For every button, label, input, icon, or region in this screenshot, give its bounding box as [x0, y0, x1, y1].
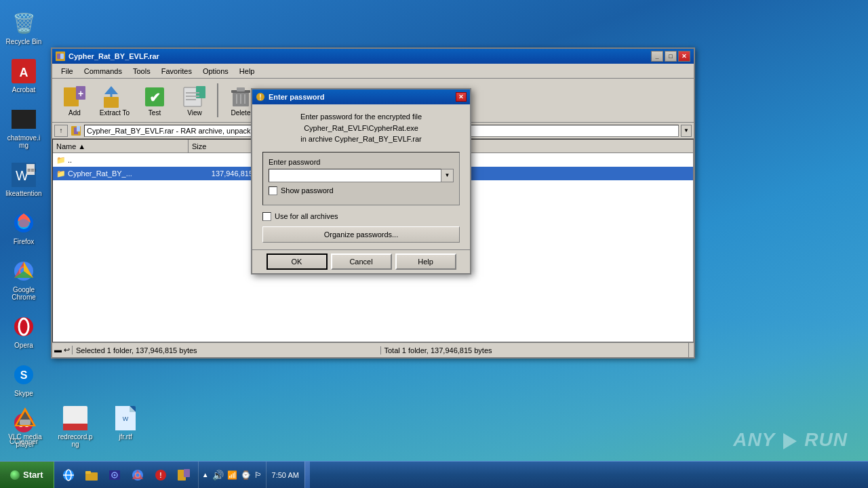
taskbar: Start — [0, 461, 868, 488]
dialog-title-text: Enter password — [269, 93, 325, 101]
file-name-cypher: 📁 Cypher_Rat_BY_... — [53, 169, 189, 179]
dialog-title-icon: ! — [256, 92, 265, 102]
clock[interactable]: 7:50 AM — [266, 462, 304, 488]
password-dropdown[interactable]: ▼ — [441, 169, 454, 182]
jfr-icon[interactable]: W jfr.rtf — [104, 402, 147, 451]
svg-rect-22 — [63, 424, 87, 430]
tray-up-arrow[interactable]: ▲ — [202, 471, 209, 479]
dialog-info: Enter password for the encrypted file Cy… — [262, 111, 460, 145]
dialog-body: Enter password for the encrypted file Cy… — [252, 104, 470, 249]
dialog-buttons: OK Cancel Help — [252, 249, 470, 273]
acrobat-icon[interactable]: A Acrobat — [2, 55, 45, 96]
vlc-icon[interactable]: VLC media player — [3, 402, 47, 451]
taskbar-ie-icon[interactable] — [58, 464, 79, 486]
menu-options[interactable]: Options — [197, 66, 234, 77]
skype-icon[interactable]: S Skype — [2, 359, 45, 400]
help-button[interactable]: Help — [395, 253, 456, 270]
tray-flag-icon: 🏳 — [254, 470, 262, 480]
svg-rect-2 — [12, 110, 36, 129]
status-icon-1: ▬ — [54, 346, 62, 354]
opera-label: Opera — [14, 342, 33, 349]
dialog-close-button[interactable]: ✕ — [456, 92, 467, 102]
google-chrome-image — [10, 258, 37, 285]
password-input[interactable] — [269, 169, 441, 182]
add-icon: + — [62, 85, 87, 109]
close-button[interactable]: ✕ — [678, 51, 690, 62]
opera-image — [10, 313, 37, 340]
show-password-label: Show password — [281, 186, 334, 195]
password-section: Enter password ▼ Show password — [262, 152, 460, 205]
taskbar-chrome-taskbar-icon[interactable] — [127, 464, 149, 486]
cancel-button[interactable]: Cancel — [331, 253, 392, 270]
organize-passwords-button[interactable]: Organize passwords... — [262, 226, 460, 243]
opera-icon[interactable]: Opera — [2, 310, 45, 352]
svg-rect-29 — [57, 54, 60, 59]
tray-volume-icon: 📶 — [227, 470, 237, 480]
status-icons: ▬ ↩ — [52, 346, 73, 354]
desktop: 🗑️ Recycle Bin A Acrobat chatmove.img — [0, 0, 868, 488]
chatmove-icon[interactable]: chatmove.img — [2, 103, 45, 152]
svg-marker-35 — [104, 86, 118, 94]
view-label: View — [187, 109, 202, 117]
password-label: Enter password — [269, 158, 454, 166]
address-dropdown[interactable]: ▼ — [681, 125, 692, 137]
google-chrome-icon[interactable]: Google Chrome — [2, 255, 45, 304]
likeattention-icon[interactable]: W ≡≡≡ likeattention — [2, 159, 45, 200]
view-icon — [182, 85, 207, 109]
statusbar: ▬ ↩ Selected 1 folder, 137,946,815 bytes… — [52, 342, 694, 357]
taskbar-folder-icon[interactable] — [81, 464, 102, 486]
use-for-all-label: Use for all archives — [275, 212, 338, 220]
svg-text:!: ! — [259, 94, 261, 101]
menu-tools[interactable]: Tools — [127, 66, 156, 77]
svg-point-13 — [19, 319, 28, 335]
winrar-titlebar[interactable]: Cypher_Rat_BY_EVLF.rar _ □ ✕ — [52, 49, 694, 64]
desktop-icons-bottom: VLC media player redrecord.png W — [3, 402, 147, 454]
use-for-all-checkbox[interactable] — [262, 212, 271, 221]
col-header-size[interactable]: Size — [189, 140, 256, 152]
restore-button[interactable]: □ — [665, 51, 677, 62]
taskbar-media-icon[interactable] — [104, 464, 125, 486]
svg-text:S: S — [20, 369, 28, 381]
menu-favorites[interactable]: Favorites — [156, 66, 197, 77]
tray-power-icon: ⌚ — [241, 470, 251, 480]
taskbar-winrar-icon[interactable] — [173, 464, 195, 486]
acrobat-label: Acrobat — [12, 86, 35, 94]
dialog-info-line3: in archive Cypher_Rat_BY_EVLF.rar — [262, 134, 460, 145]
vlc-label: VLC media player — [6, 433, 44, 448]
svg-rect-46 — [237, 87, 245, 92]
desktop-icons-left: 🗑️ Recycle Bin A Acrobat chatmove.img — [0, 0, 47, 461]
password-dialog: ! Enter password ✕ Enter password for th… — [251, 88, 471, 274]
toolbar-view[interactable]: View — [176, 82, 214, 119]
col-header-name[interactable]: Name ▲ — [53, 140, 189, 152]
ok-button[interactable]: OK — [267, 253, 328, 270]
recycle-bin-icon[interactable]: 🗑️ Recycle Bin — [2, 7, 45, 48]
likeattention-image: W ≡≡≡ — [10, 161, 37, 188]
file-size-parent — [189, 159, 256, 161]
redrecord-label: redrecord.png — [56, 433, 94, 448]
recycle-bin-image: 🗑️ — [10, 9, 37, 37]
firefox-icon[interactable]: Firefox — [2, 207, 45, 248]
start-button[interactable]: Start — [0, 462, 54, 489]
skype-image: S — [10, 361, 37, 388]
toolbar-test[interactable]: ✔ Test — [136, 82, 174, 119]
up-button[interactable]: ↑ — [54, 125, 68, 137]
extract-label: Extract To — [100, 109, 130, 117]
taskbar-antivirus-icon[interactable]: ! — [150, 464, 172, 486]
window-controls: _ □ ✕ — [651, 51, 690, 62]
svg-text:A: A — [20, 66, 28, 79]
minimize-button[interactable]: _ — [651, 51, 663, 62]
toolbar-add[interactable]: + Add — [56, 82, 94, 119]
system-tray: ▲ 🔊 📶 ⌚ 🏳 — [198, 462, 266, 488]
menubar: File Commands Tools Favorites Options He… — [52, 64, 694, 79]
show-desktop-button[interactable] — [304, 462, 310, 489]
tray-network-icon: 🔊 — [212, 470, 224, 481]
menu-file[interactable]: File — [56, 66, 79, 77]
menu-commands[interactable]: Commands — [79, 66, 127, 77]
toolbar-extract[interactable]: Extract To — [96, 82, 134, 119]
redrecord-icon[interactable]: redrecord.png — [54, 402, 97, 451]
menu-help[interactable]: Help — [234, 66, 260, 77]
addr-icon — [71, 126, 81, 136]
dialog-titlebar[interactable]: ! Enter password ✕ — [252, 89, 470, 104]
dialog-info-line1: Enter password for the encrypted file — [262, 111, 460, 123]
show-password-checkbox[interactable] — [269, 186, 277, 195]
